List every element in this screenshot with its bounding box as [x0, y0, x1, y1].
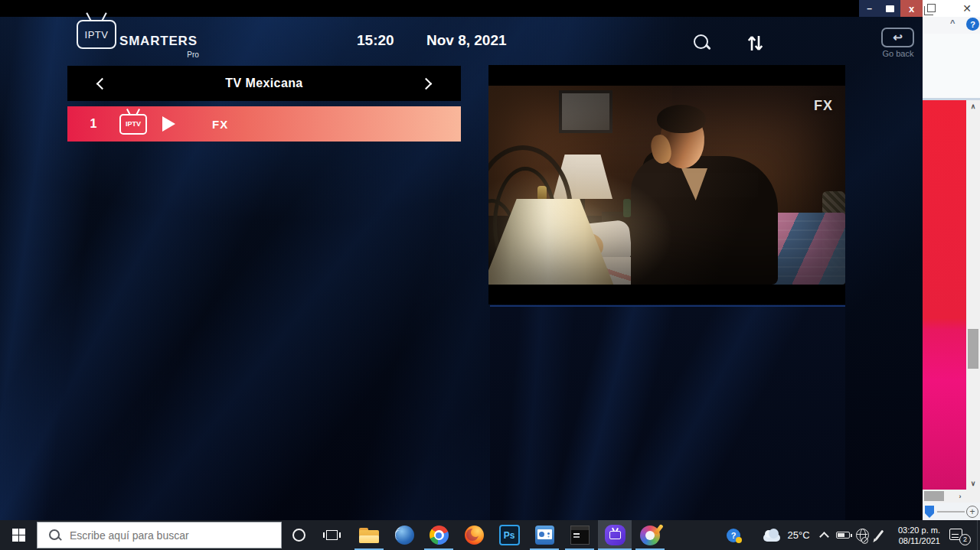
- battery-icon: [836, 532, 850, 539]
- scene-vignette: [488, 86, 845, 285]
- firefox-icon: [465, 526, 484, 545]
- iptv-smarters-window: – x IPTV SMARTERS Pro 15:20 Nov 8, 2021 …: [0, 0, 923, 520]
- chevron-left-icon[interactable]: [96, 77, 109, 89]
- logo-pro-text: Pro: [187, 50, 199, 59]
- vertical-scrollbar[interactable]: ∧ ∨: [966, 100, 980, 490]
- category-bar: TV Mexicana: [67, 66, 461, 101]
- screen: – x IPTV SMARTERS Pro 15:20 Nov 8, 2021 …: [0, 0, 980, 550]
- tray-battery[interactable]: [833, 520, 853, 550]
- notification-badge: 2: [959, 534, 971, 545]
- terminal-icon: [570, 526, 590, 545]
- start-icon: [12, 529, 25, 542]
- taskbar-sphere-app[interactable]: [387, 520, 421, 550]
- taskbar-firefox[interactable]: [457, 520, 491, 550]
- scroll-right-icon[interactable]: ›: [953, 490, 967, 503]
- go-back-button[interactable]: ↩: [881, 28, 914, 47]
- app-logo: IPTV SMARTERS Pro: [77, 20, 198, 49]
- task-view-button[interactable]: [317, 520, 346, 550]
- clock-time: 15:20: [357, 32, 394, 49]
- taskbar-paint[interactable]: [633, 520, 667, 550]
- video-player[interactable]: FX: [488, 65, 845, 304]
- search-input[interactable]: [70, 529, 269, 542]
- window-titlebar: – x: [0, 0, 923, 17]
- zoom-slider-track: [937, 511, 965, 513]
- tray-pen[interactable]: [871, 520, 887, 550]
- clock-date: Nov 8, 2021: [426, 32, 507, 49]
- tray-weather[interactable]: [761, 520, 782, 550]
- taskbar: Ps ? 25°C: [0, 520, 980, 550]
- tv-logo-icon: IPTV: [77, 20, 116, 49]
- taskbar-date: 08/11/2021: [899, 535, 940, 546]
- close-button[interactable]: x: [900, 0, 923, 17]
- help-icon[interactable]: ?: [966, 18, 979, 31]
- chevron-up-icon: [819, 532, 829, 542]
- search-icon: [48, 529, 62, 542]
- zoom-in-button[interactable]: +: [966, 506, 978, 518]
- photoshop-icon: Ps: [499, 525, 520, 545]
- media-app-icon: [535, 526, 554, 545]
- taskbar-search-box[interactable]: [37, 522, 282, 548]
- taskbar-file-explorer[interactable]: [352, 520, 386, 550]
- weather-icon: [763, 534, 780, 542]
- start-button[interactable]: [0, 520, 37, 550]
- tray-hidden-icons[interactable]: [816, 520, 831, 550]
- taskbar-chrome[interactable]: [422, 520, 456, 550]
- help-icon: ?: [727, 529, 740, 542]
- info-panel: [490, 305, 845, 520]
- show-desktop-button[interactable]: [977, 520, 980, 550]
- chevron-right-icon[interactable]: [420, 77, 433, 89]
- chrome-icon: [430, 526, 449, 545]
- maximize-button[interactable]: [880, 0, 900, 17]
- paint-titlebar: ✕: [923, 0, 980, 17]
- video-frame: FX: [488, 86, 845, 285]
- vertical-scroll-thumb[interactable]: [968, 329, 978, 369]
- tray-help[interactable]: ?: [724, 520, 743, 550]
- temperature-text: 25°C: [787, 529, 809, 541]
- iptv-smarters-icon: [605, 525, 626, 545]
- channel-number: 1: [67, 117, 119, 131]
- restore-icon: [886, 5, 894, 12]
- channel-logo-icon: IPTV: [119, 114, 147, 135]
- paint-ribbon: [923, 34, 980, 98]
- taskbar-media-app[interactable]: [528, 520, 561, 550]
- cortana-button[interactable]: [285, 520, 312, 550]
- action-center-button[interactable]: 2: [946, 520, 972, 550]
- logo-brand-text: SMARTERS: [119, 34, 198, 48]
- tray-temperature[interactable]: 25°C: [784, 520, 813, 550]
- paint-close-button[interactable]: ✕: [959, 2, 975, 15]
- category-title: TV Mexicana: [225, 76, 302, 90]
- cortana-icon: [292, 529, 305, 542]
- paint-window: ✕ ^ ? ∧ ∨ › +: [923, 0, 980, 522]
- search-icon[interactable]: [693, 34, 713, 54]
- blue-sphere-icon: [395, 526, 414, 545]
- tray-network[interactable]: [853, 520, 871, 550]
- task-view-icon: [326, 530, 338, 540]
- horizontal-scroll-thumb[interactable]: [924, 491, 944, 501]
- taskbar-clock[interactable]: 03:20 p. m. 08/11/2021: [887, 520, 940, 550]
- zoom-slider[interactable]: [925, 506, 934, 518]
- paint-statusbar: +: [923, 503, 980, 522]
- paint-canvas-image: [923, 100, 966, 490]
- pen-icon: [874, 530, 884, 541]
- fx-watermark: FX: [814, 98, 833, 114]
- paint-icon: [640, 526, 660, 545]
- channel-row[interactable]: 1 IPTV FX: [67, 106, 461, 142]
- minimize-button[interactable]: –: [859, 0, 880, 17]
- scroll-up-icon[interactable]: ∧: [966, 100, 980, 112]
- ribbon-collapse-icon[interactable]: ^: [950, 18, 955, 28]
- taskbar-photoshop[interactable]: Ps: [492, 520, 526, 550]
- restore-window-icon[interactable]: [927, 4, 936, 12]
- taskbar-command-prompt[interactable]: [563, 520, 596, 550]
- file-explorer-icon: [359, 528, 379, 543]
- scroll-down-icon[interactable]: ∨: [966, 477, 980, 490]
- taskbar-iptv-smarters[interactable]: [598, 520, 632, 550]
- sort-icon[interactable]: [746, 32, 764, 57]
- no-internet-icon: [861, 537, 868, 544]
- taskbar-time: 03:20 p. m.: [898, 525, 940, 535]
- horizontal-scrollbar[interactable]: ›: [923, 490, 980, 503]
- channel-name: FX: [212, 118, 228, 131]
- play-icon: [162, 116, 175, 132]
- go-back-label: Go back: [874, 49, 923, 58]
